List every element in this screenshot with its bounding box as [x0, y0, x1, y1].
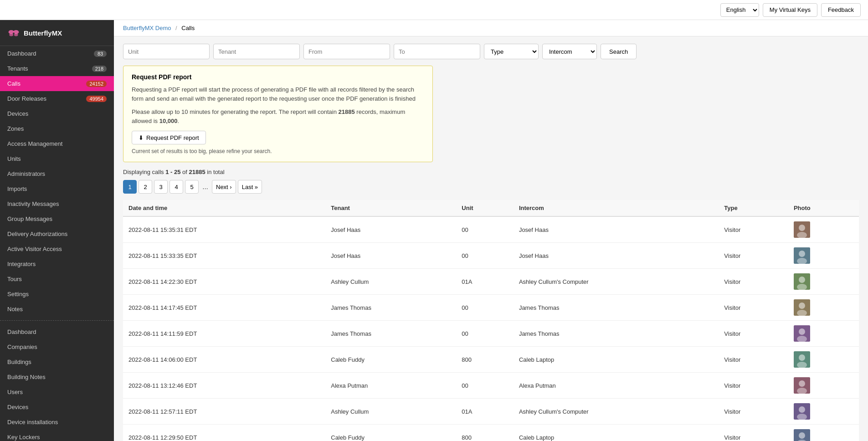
main-content: ButterflyMX Demo / Calls Type Visitor De…: [114, 20, 868, 441]
sidebar-item-zones[interactable]: Zones: [0, 121, 114, 136]
my-virtual-keys-button[interactable]: My Virtual Keys: [763, 3, 817, 17]
sidebar-item-notes[interactable]: Notes: [0, 302, 114, 317]
cell-datetime: 2022-08-11 14:06:00 EDT: [123, 347, 325, 373]
page-ellipsis: …: [200, 184, 210, 190]
cell-photo: [788, 347, 859, 373]
sidebar-logo: ButterflyMX: [0, 20, 114, 46]
intercom-select[interactable]: Intercom Panel Mobile: [542, 44, 597, 59]
breadcrumb-link-demo[interactable]: ButterflyMX Demo: [123, 25, 171, 31]
cell-tenant: Ashley Cullum: [325, 269, 456, 295]
sidebar-item-devices2[interactable]: Devices: [0, 400, 114, 415]
sidebar-section-1: Dashboard 83 Tenants 218 Calls 24152 Doo…: [0, 46, 114, 317]
pdf-box-description: Requesting a PDF report will start the p…: [132, 85, 424, 103]
photo-thumbnail: [794, 403, 810, 420]
sidebar-item-device-installations[interactable]: Device installations: [0, 415, 114, 430]
type-select[interactable]: Type Visitor Delivery Tour: [484, 44, 539, 59]
svg-point-24: [799, 380, 805, 387]
table-row: 2022-08-11 14:06:00 EDT Caleb Fuddy 800 …: [123, 347, 859, 373]
cell-photo: [788, 399, 859, 425]
sidebar-item-active-visitor-access[interactable]: Active Visitor Access: [0, 241, 114, 256]
cell-type: Visitor: [719, 373, 788, 399]
cell-unit: 00: [456, 243, 514, 269]
sidebar-item-calls[interactable]: Calls 24152: [0, 76, 114, 91]
page-button-1[interactable]: 1: [123, 180, 137, 194]
sidebar-item-imports[interactable]: Imports: [0, 181, 114, 196]
table-body: 2022-08-11 15:35:31 EDT Josef Haas 00 Jo…: [123, 216, 859, 441]
cell-intercom: James Thomas: [514, 321, 719, 347]
photo-thumbnail: [794, 299, 810, 316]
sidebar-item-group-messages[interactable]: Group Messages: [0, 211, 114, 226]
tenant-input[interactable]: [213, 44, 300, 59]
sidebar-item-settings[interactable]: Settings: [0, 287, 114, 302]
table-header: Date and time Tenant Unit Intercom Type …: [123, 200, 859, 216]
pdf-warning-text: Current set of results is too big, pleas…: [132, 148, 424, 154]
photo-thumbnail: [794, 221, 810, 238]
cell-intercom: Ashley Cullum's Computer: [514, 269, 719, 295]
page-last-button[interactable]: Last »: [238, 180, 262, 194]
search-bar: Type Visitor Delivery Tour Intercom Pane…: [123, 44, 859, 59]
cell-unit: 800: [456, 347, 514, 373]
sidebar-item-key-lockers[interactable]: Key Lockers: [0, 430, 114, 441]
breadcrumb: ButterflyMX Demo / Calls: [114, 20, 868, 36]
page-button-5[interactable]: 5: [185, 180, 199, 194]
calls-table: Date and time Tenant Unit Intercom Type …: [123, 200, 859, 441]
sidebar-item-door-releases[interactable]: Door Releases 49954: [0, 91, 114, 106]
display-info: Displaying calls 1 - 25 of 21885 in tota…: [123, 169, 859, 175]
pdf-max-allowed: 10,000: [159, 118, 178, 124]
sidebar-item-tours[interactable]: Tours: [0, 272, 114, 287]
table-row: 2022-08-11 14:22:30 EDT Ashley Cullum 01…: [123, 269, 859, 295]
pdf-box-note: Please allow up to 10 minutes for genera…: [132, 108, 424, 125]
table-row: 2022-08-11 13:12:46 EDT Alexa Putman 00 …: [123, 373, 859, 399]
feedback-button[interactable]: Feedback: [821, 3, 861, 17]
cell-intercom: Caleb Laptop: [514, 425, 719, 441]
svg-point-2: [9, 33, 13, 36]
unit-input[interactable]: [123, 44, 210, 59]
sidebar-item-dashboard[interactable]: Dashboard 83: [0, 46, 114, 61]
cell-tenant: James Thomas: [325, 321, 456, 347]
cell-intercom: Caleb Laptop: [514, 347, 719, 373]
page-button-2[interactable]: 2: [139, 180, 152, 194]
sidebar-item-devices[interactable]: Devices: [0, 106, 114, 121]
cell-photo: [788, 295, 859, 321]
sidebar-item-inactivity-messages[interactable]: Inactivity Messages: [0, 196, 114, 211]
cell-photo: [788, 425, 859, 441]
pdf-box-title: Request PDF report: [132, 73, 424, 81]
request-pdf-button[interactable]: ⬇ Request PDF report: [132, 131, 206, 144]
download-icon: ⬇: [139, 134, 144, 141]
col-tenant: Tenant: [325, 200, 456, 216]
sidebar-item-buildings[interactable]: Buildings: [0, 354, 114, 369]
sidebar-item-delivery-authorizations[interactable]: Delivery Authorizations: [0, 226, 114, 241]
sidebar-item-tenants[interactable]: Tenants 218: [0, 61, 114, 76]
page-button-3[interactable]: 3: [154, 180, 168, 194]
photo-thumbnail: [794, 273, 810, 290]
sidebar-item-units[interactable]: Units: [0, 151, 114, 166]
cell-unit: 00: [456, 321, 514, 347]
cell-type: Visitor: [719, 269, 788, 295]
sidebar: ButterflyMX Dashboard 83 Tenants 218 Cal…: [0, 20, 114, 441]
cell-intercom: Josef Haas: [514, 243, 719, 269]
pdf-record-count: 21885: [339, 108, 355, 115]
page-button-4[interactable]: 4: [169, 180, 183, 194]
sidebar-item-users[interactable]: Users: [0, 385, 114, 400]
svg-point-30: [799, 432, 805, 439]
sidebar-item-integrators[interactable]: Integrators: [0, 256, 114, 272]
page-next-button[interactable]: Next ›: [212, 180, 236, 194]
sidebar-item-dashboard2[interactable]: Dashboard: [0, 324, 114, 339]
cell-photo: [788, 243, 859, 269]
from-input[interactable]: [303, 44, 390, 59]
to-input[interactable]: [394, 44, 480, 59]
language-select[interactable]: English Spanish French: [720, 3, 759, 17]
search-button[interactable]: Search: [601, 44, 637, 59]
cell-unit: 00: [456, 295, 514, 321]
sidebar-item-administrators[interactable]: Administrators: [0, 166, 114, 181]
cell-photo: [788, 321, 859, 347]
sidebar-item-companies[interactable]: Companies: [0, 339, 114, 354]
photo-thumbnail: [794, 351, 810, 368]
sidebar-divider: [0, 320, 114, 321]
sidebar-item-building-notes[interactable]: Building Notes: [0, 369, 114, 385]
svg-point-27: [799, 406, 805, 413]
table-row: 2022-08-11 15:33:35 EDT Josef Haas 00 Jo…: [123, 243, 859, 269]
photo-thumbnail: [794, 325, 810, 342]
svg-point-3: [14, 33, 18, 36]
sidebar-item-access-management[interactable]: Access Management: [0, 136, 114, 151]
